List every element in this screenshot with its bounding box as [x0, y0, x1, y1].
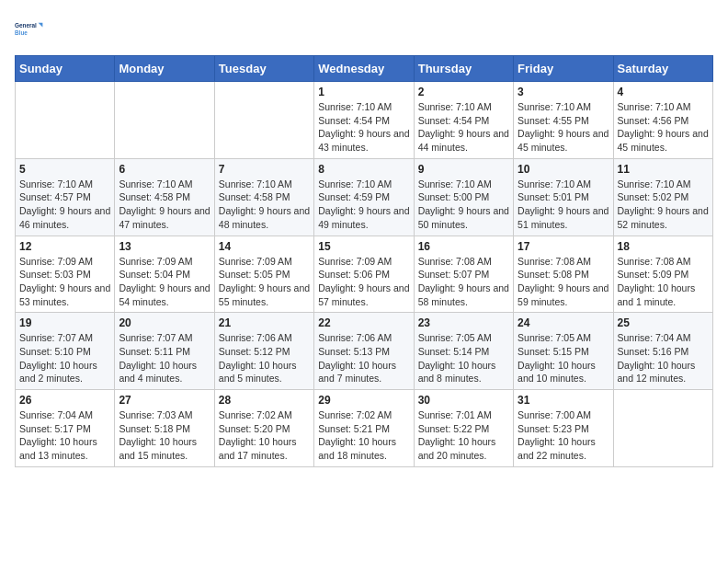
header-sunday: Sunday	[16, 56, 115, 82]
day-detail: Sunrise: 7:09 AM Sunset: 5:04 PM Dayligh…	[119, 255, 210, 309]
day-number: 17	[518, 240, 609, 253]
day-number: 2	[418, 86, 509, 98]
day-detail: Sunrise: 7:10 AM Sunset: 4:54 PM Dayligh…	[418, 100, 509, 155]
day-detail: Sunrise: 7:07 AM Sunset: 5:10 PM Dayligh…	[19, 331, 110, 385]
calendar-cell: 19Sunrise: 7:07 AM Sunset: 5:10 PM Dayli…	[16, 313, 115, 390]
calendar-cell: 2Sunrise: 7:10 AM Sunset: 4:54 PM Daylig…	[414, 82, 513, 159]
day-detail: Sunrise: 7:10 AM Sunset: 5:01 PM Dayligh…	[518, 178, 609, 232]
calendar-cell: 29Sunrise: 7:02 AM Sunset: 5:21 PM Dayli…	[314, 390, 414, 467]
logo: GeneralBlue	[15, 15, 44, 44]
logo-icon: GeneralBlue	[15, 15, 44, 44]
week-row-2: 5Sunrise: 7:10 AM Sunset: 4:57 PM Daylig…	[16, 158, 713, 236]
day-detail: Sunrise: 7:10 AM Sunset: 4:57 PM Dayligh…	[19, 178, 110, 232]
calendar-cell: 21Sunrise: 7:06 AM Sunset: 5:12 PM Dayli…	[214, 313, 313, 390]
week-row-3: 12Sunrise: 7:09 AM Sunset: 5:03 PM Dayli…	[16, 236, 713, 313]
calendar-cell: 4Sunrise: 7:10 AM Sunset: 4:56 PM Daylig…	[613, 82, 712, 159]
calendar-cell	[115, 82, 214, 159]
day-number: 31	[518, 394, 609, 407]
day-detail: Sunrise: 7:08 AM Sunset: 5:08 PM Dayligh…	[518, 255, 609, 309]
day-number: 11	[618, 163, 709, 176]
calendar-body: 1Sunrise: 7:10 AM Sunset: 4:54 PM Daylig…	[16, 82, 713, 467]
day-detail: Sunrise: 7:02 AM Sunset: 5:21 PM Dayligh…	[318, 408, 409, 463]
day-detail: Sunrise: 7:05 AM Sunset: 5:14 PM Dayligh…	[418, 331, 509, 385]
day-number: 4	[618, 86, 709, 98]
calendar-cell: 10Sunrise: 7:10 AM Sunset: 5:01 PM Dayli…	[514, 158, 613, 236]
day-detail: Sunrise: 7:10 AM Sunset: 4:56 PM Dayligh…	[618, 100, 709, 155]
day-number: 30	[418, 394, 509, 407]
day-detail: Sunrise: 7:10 AM Sunset: 5:02 PM Dayligh…	[618, 178, 709, 232]
day-number: 28	[219, 394, 310, 407]
day-detail: Sunrise: 7:10 AM Sunset: 5:00 PM Dayligh…	[418, 178, 509, 232]
day-number: 1	[318, 86, 409, 98]
header-wednesday: Wednesday	[314, 56, 414, 82]
day-detail: Sunrise: 7:10 AM Sunset: 4:58 PM Dayligh…	[119, 178, 210, 232]
calendar-cell: 16Sunrise: 7:08 AM Sunset: 5:07 PM Dayli…	[414, 236, 513, 313]
calendar-cell: 28Sunrise: 7:02 AM Sunset: 5:20 PM Dayli…	[214, 390, 313, 467]
day-number: 29	[318, 394, 409, 407]
day-detail: Sunrise: 7:00 AM Sunset: 5:23 PM Dayligh…	[518, 408, 609, 463]
calendar-cell: 20Sunrise: 7:07 AM Sunset: 5:11 PM Dayli…	[115, 313, 214, 390]
header-friday: Friday	[514, 56, 613, 82]
calendar-cell: 30Sunrise: 7:01 AM Sunset: 5:22 PM Dayli…	[414, 390, 513, 467]
day-detail: Sunrise: 7:09 AM Sunset: 5:03 PM Dayligh…	[19, 255, 110, 309]
page-header: GeneralBlue	[15, 15, 713, 44]
day-number: 3	[518, 86, 609, 98]
day-number: 13	[119, 240, 210, 253]
day-detail: Sunrise: 7:03 AM Sunset: 5:18 PM Dayligh…	[119, 408, 210, 463]
calendar-cell: 5Sunrise: 7:10 AM Sunset: 4:57 PM Daylig…	[16, 158, 115, 236]
header-saturday: Saturday	[613, 56, 712, 82]
calendar-cell: 18Sunrise: 7:08 AM Sunset: 5:09 PM Dayli…	[613, 236, 712, 313]
day-number: 24	[518, 316, 609, 329]
calendar-cell: 24Sunrise: 7:05 AM Sunset: 5:15 PM Dayli…	[514, 313, 613, 390]
day-number: 12	[19, 240, 110, 253]
day-detail: Sunrise: 7:04 AM Sunset: 5:17 PM Dayligh…	[19, 408, 110, 463]
day-detail: Sunrise: 7:09 AM Sunset: 5:06 PM Dayligh…	[318, 255, 409, 309]
day-number: 27	[119, 394, 210, 407]
calendar-cell: 3Sunrise: 7:10 AM Sunset: 4:55 PM Daylig…	[514, 82, 613, 159]
calendar-cell: 27Sunrise: 7:03 AM Sunset: 5:18 PM Dayli…	[115, 390, 214, 467]
day-detail: Sunrise: 7:01 AM Sunset: 5:22 PM Dayligh…	[418, 408, 509, 463]
day-number: 16	[418, 240, 509, 253]
day-number: 25	[618, 316, 709, 329]
calendar-cell: 6Sunrise: 7:10 AM Sunset: 4:58 PM Daylig…	[115, 158, 214, 236]
calendar-cell: 1Sunrise: 7:10 AM Sunset: 4:54 PM Daylig…	[314, 82, 414, 159]
calendar-cell: 15Sunrise: 7:09 AM Sunset: 5:06 PM Dayli…	[314, 236, 414, 313]
calendar-cell: 23Sunrise: 7:05 AM Sunset: 5:14 PM Dayli…	[414, 313, 513, 390]
day-detail: Sunrise: 7:06 AM Sunset: 5:13 PM Dayligh…	[318, 331, 409, 385]
day-number: 26	[19, 394, 110, 407]
calendar-cell: 13Sunrise: 7:09 AM Sunset: 5:04 PM Dayli…	[115, 236, 214, 313]
day-detail: Sunrise: 7:06 AM Sunset: 5:12 PM Dayligh…	[219, 331, 310, 385]
calendar-cell	[613, 390, 712, 467]
day-number: 15	[318, 240, 409, 253]
day-number: 5	[19, 163, 110, 176]
header-monday: Monday	[115, 56, 214, 82]
header-tuesday: Tuesday	[214, 56, 313, 82]
day-detail: Sunrise: 7:04 AM Sunset: 5:16 PM Dayligh…	[618, 331, 709, 385]
header-thursday: Thursday	[414, 56, 513, 82]
calendar-cell: 11Sunrise: 7:10 AM Sunset: 5:02 PM Dayli…	[613, 158, 712, 236]
calendar-cell: 17Sunrise: 7:08 AM Sunset: 5:08 PM Dayli…	[514, 236, 613, 313]
svg-text:General: General	[15, 22, 37, 29]
day-number: 8	[318, 163, 409, 176]
week-row-5: 26Sunrise: 7:04 AM Sunset: 5:17 PM Dayli…	[16, 390, 713, 467]
day-detail: Sunrise: 7:10 AM Sunset: 4:55 PM Dayligh…	[518, 100, 609, 155]
day-number: 18	[618, 240, 709, 253]
svg-text:Blue: Blue	[15, 29, 28, 36]
calendar-cell: 31Sunrise: 7:00 AM Sunset: 5:23 PM Dayli…	[514, 390, 613, 467]
svg-marker-2	[39, 23, 43, 28]
calendar-cell: 26Sunrise: 7:04 AM Sunset: 5:17 PM Dayli…	[16, 390, 115, 467]
calendar-cell	[16, 82, 115, 159]
day-detail: Sunrise: 7:07 AM Sunset: 5:11 PM Dayligh…	[119, 331, 210, 385]
day-number: 10	[518, 163, 609, 176]
day-number: 14	[219, 240, 310, 253]
calendar-cell: 7Sunrise: 7:10 AM Sunset: 4:58 PM Daylig…	[214, 158, 313, 236]
day-number: 20	[119, 316, 210, 329]
day-detail: Sunrise: 7:05 AM Sunset: 5:15 PM Dayligh…	[518, 331, 609, 385]
day-detail: Sunrise: 7:10 AM Sunset: 4:54 PM Dayligh…	[318, 100, 409, 155]
calendar-cell: 9Sunrise: 7:10 AM Sunset: 5:00 PM Daylig…	[414, 158, 513, 236]
calendar-cell: 14Sunrise: 7:09 AM Sunset: 5:05 PM Dayli…	[214, 236, 313, 313]
calendar-cell	[214, 82, 313, 159]
calendar-header: SundayMondayTuesdayWednesdayThursdayFrid…	[16, 56, 713, 82]
day-number: 7	[219, 163, 310, 176]
calendar-cell: 8Sunrise: 7:10 AM Sunset: 4:59 PM Daylig…	[314, 158, 414, 236]
